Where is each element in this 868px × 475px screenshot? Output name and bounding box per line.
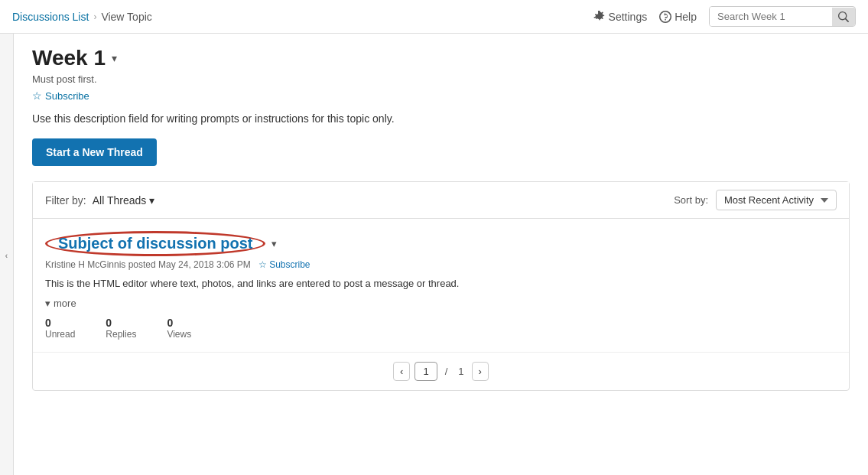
next-page-button[interactable]: › <box>472 362 489 381</box>
top-bar: Discussions List › View Topic Settings H… <box>0 0 868 34</box>
more-row[interactable]: ▾ more <box>45 298 837 309</box>
breadcrumb: Discussions List › View Topic <box>12 11 593 23</box>
sort-select[interactable]: Most Recent Activity Most Replies Most V… <box>716 190 837 210</box>
replies-count: 0 <box>106 317 112 329</box>
thread-title-link[interactable]: Subject of discussion post <box>45 231 265 256</box>
thread-stats: 0 Unread 0 Replies 0 Views <box>45 317 837 340</box>
total-pages: 1 <box>455 366 467 377</box>
page-1-button[interactable]: 1 <box>414 362 437 381</box>
description-text: Use this description field for writing p… <box>32 112 850 125</box>
filter-chevron-icon: ▾ <box>149 194 154 207</box>
filter-bar: Filter by: All Threads ▾ Sort by: Most R… <box>33 182 849 219</box>
unread-label: Unread <box>45 329 75 340</box>
page-title: Week 1 <box>32 46 106 70</box>
main-content: Week 1 ▾ Must post first. ☆ Subscribe Us… <box>14 34 868 475</box>
star-icon: ☆ <box>32 89 42 102</box>
thread-subscribe-link[interactable]: Subscribe <box>269 259 310 270</box>
unread-count: 0 <box>45 317 51 329</box>
gear-icon <box>593 11 606 23</box>
thread-meta: Kristine H McGinnis posted May 24, 2018 … <box>45 259 837 270</box>
breadcrumb-discussions-link[interactable]: Discussions List <box>12 11 89 23</box>
search-box <box>709 6 856 27</box>
layout: ‹ Week 1 ▾ Must post first. ☆ Subscribe … <box>0 34 868 475</box>
subscribe-row[interactable]: ☆ Subscribe <box>32 89 850 102</box>
more-label: more <box>54 298 76 309</box>
settings-action[interactable]: Settings <box>593 11 648 23</box>
thread-title-row: Subject of discussion post ▾ <box>45 231 837 256</box>
views-stat: 0 Views <box>167 317 191 340</box>
page-separator: / <box>442 366 451 377</box>
help-action[interactable]: Help <box>659 11 697 23</box>
search-input[interactable] <box>710 7 832 26</box>
thread-author-meta: Kristine H McGinnis posted May 24, 2018 … <box>45 259 251 270</box>
replies-label: Replies <box>106 329 136 340</box>
help-icon <box>659 11 671 23</box>
must-post-notice: Must post first. <box>32 73 850 85</box>
search-icon <box>838 11 849 22</box>
chevron-down-icon: ▾ <box>45 298 50 309</box>
thread-body: This is the HTML editor where text, phot… <box>45 276 837 291</box>
sort-label: Sort by: <box>674 194 708 206</box>
filter-label: Filter by: <box>45 194 86 207</box>
filter-value: All Threads <box>93 194 147 207</box>
filter-left: Filter by: All Threads ▾ <box>45 194 154 207</box>
new-thread-button[interactable]: Start a New Thread <box>32 138 157 166</box>
prev-page-button[interactable]: ‹ <box>393 362 410 381</box>
replies-stat: 0 Replies <box>106 317 136 340</box>
subscribe-label: Subscribe <box>45 90 89 102</box>
filter-dropdown[interactable]: All Threads ▾ <box>93 194 155 207</box>
unread-stat: 0 Unread <box>45 317 75 340</box>
views-count: 0 <box>167 317 173 329</box>
search-button[interactable] <box>832 8 855 26</box>
help-label: Help <box>675 11 697 23</box>
sort-right: Sort by: Most Recent Activity Most Repli… <box>674 190 837 210</box>
settings-label: Settings <box>609 11 648 23</box>
page-title-row: Week 1 ▾ <box>32 46 850 70</box>
pagination-bar: ‹ 1 / 1 › <box>33 353 849 390</box>
views-label: Views <box>167 329 191 340</box>
thread-item: Subject of discussion post ▾ Kristine H … <box>33 219 849 353</box>
collapse-handle[interactable]: ‹ <box>0 34 14 475</box>
breadcrumb-separator: › <box>93 11 96 22</box>
star-subscribe-icon: ☆ <box>258 259 267 270</box>
thread-title-chevron-icon[interactable]: ▾ <box>271 238 277 249</box>
title-dropdown-icon[interactable]: ▾ <box>112 52 117 64</box>
top-bar-actions: Settings Help <box>593 6 856 27</box>
breadcrumb-current: View Topic <box>101 11 151 23</box>
threads-container: Filter by: All Threads ▾ Sort by: Most R… <box>32 181 850 391</box>
